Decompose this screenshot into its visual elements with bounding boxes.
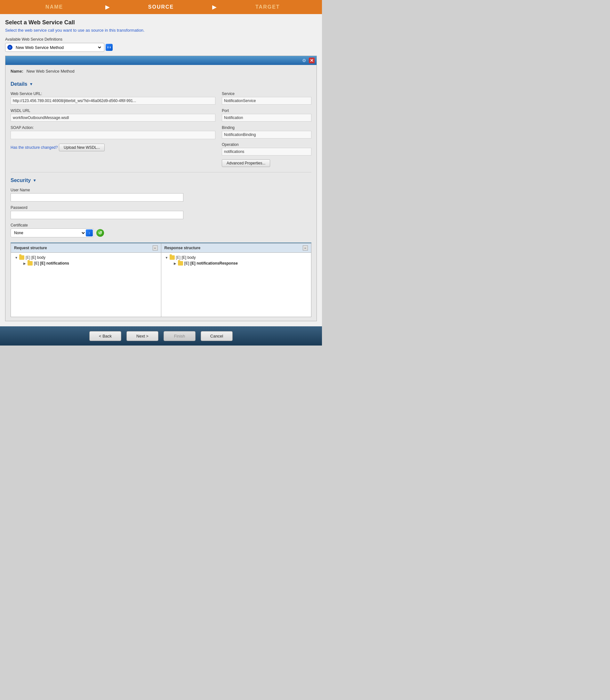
- wsdl-url-label: WSDL URL: [11, 109, 215, 113]
- response-tree-root[interactable]: ▼ [E] [E] body: [164, 255, 308, 260]
- advanced-properties-button[interactable]: Advanced Properties...: [222, 159, 270, 167]
- soap-action-label: SOAP Action:: [11, 126, 215, 130]
- service-label: Service: [222, 92, 311, 96]
- security-section-header[interactable]: Security ▼: [11, 178, 311, 183]
- response-structure-panel: Response structure − ▼ [E] [E] body ▶: [161, 243, 312, 317]
- available-label: Available Web Service Definitions: [5, 37, 317, 42]
- certificate-select[interactable]: None: [11, 230, 86, 235]
- request-root-label: [E] [E] body: [26, 255, 46, 260]
- upload-wsdl-button[interactable]: Upload New WSDL...: [59, 144, 105, 151]
- nav-name[interactable]: NAME: [6, 4, 102, 10]
- response-child-label: [E] [E] notificationsResponse: [184, 261, 238, 265]
- certificate-group: Certificate None: [11, 223, 311, 238]
- certificate-label: Certificate: [11, 223, 311, 227]
- request-child-chevron: ▶: [22, 261, 27, 265]
- request-child-item[interactable]: ▶ [E] [E] notifications: [22, 261, 158, 265]
- ws-url-label: Web Service URL:: [11, 92, 215, 96]
- back-button[interactable]: < Back: [89, 331, 121, 341]
- response-root-label: [E] [E] body: [176, 255, 196, 260]
- name-row: Name: New Web Service Method: [11, 69, 311, 76]
- soap-action-group: SOAP Action:: [11, 126, 215, 139]
- nav-arrow-2: ▶: [212, 3, 217, 11]
- response-structure-header: Response structure −: [161, 243, 311, 253]
- operation-group: Operation notifications: [222, 142, 311, 156]
- binding-value: NotificationBinding: [222, 131, 311, 139]
- response-tree-child: ▶ [E] [E] notificationsResponse: [173, 261, 308, 265]
- binding-group: Binding NotificationBinding: [222, 126, 311, 139]
- web-service-panel: ⚙ ✕ Name: New Web Service Method Details…: [5, 56, 317, 321]
- bottom-bar: < Back Next > Finish Cancel: [0, 326, 322, 345]
- response-root-folder-icon: [170, 255, 175, 260]
- request-root-folder-icon: [19, 255, 24, 260]
- request-root-chevron: ▼: [14, 255, 19, 260]
- details-title: Details: [11, 81, 27, 87]
- port-group: Port Notification: [222, 109, 311, 121]
- nav-source[interactable]: SOURCE: [113, 4, 209, 10]
- binding-label: Binding: [222, 126, 311, 130]
- wsdl-url-group: WSDL URL workflowOutboundMessage.wsdl: [11, 109, 215, 121]
- request-structure-panel: Request structure − ▼ [E] [E] body ▶: [11, 243, 161, 317]
- panel-settings-icon[interactable]: ⚙: [302, 58, 306, 63]
- next-button[interactable]: Next >: [126, 331, 158, 341]
- response-root-chevron: ▼: [164, 255, 169, 260]
- web-service-select-wrapper[interactable]: New Web Service Method: [5, 43, 105, 52]
- port-value: Notification: [222, 114, 311, 121]
- top-navigation: NAME ▶ SOURCE ▶ TARGET: [0, 0, 322, 14]
- structure-changed-section: Has the structure changed? Upload New WS…: [11, 144, 215, 152]
- username-label: User Name: [11, 188, 311, 192]
- structure-changed-link[interactable]: Has the structure changed?: [11, 145, 58, 150]
- ws-url-value: http://123.456.789.001:46908/jitterbit_w…: [11, 97, 215, 104]
- details-left-col: Web Service URL: http://123.456.789.001:…: [11, 92, 215, 167]
- request-structure-collapse-button[interactable]: −: [152, 245, 158, 250]
- name-field-label: Name:: [11, 69, 23, 74]
- security-dropdown-arrow: ▼: [33, 178, 36, 183]
- operation-label: Operation: [222, 142, 311, 147]
- page-subtitle: Select the web service call you want to …: [5, 28, 317, 33]
- port-label: Port: [222, 109, 311, 113]
- certificate-row: None: [11, 228, 311, 238]
- main-content: Select a Web Service Call Select the web…: [0, 14, 322, 326]
- name-field-value: New Web Service Method: [27, 69, 75, 74]
- details-dropdown-arrow: ▼: [29, 82, 33, 86]
- details-right-col: Service NotificationService Port Notific…: [222, 92, 311, 167]
- request-tree-root[interactable]: ▼ [E] [E] body: [14, 255, 158, 260]
- nav-target[interactable]: TARGET: [220, 4, 316, 10]
- operation-value: notifications: [222, 148, 311, 156]
- soap-action-value: [11, 131, 215, 139]
- details-section-header[interactable]: Details ▼: [11, 81, 311, 87]
- globe-icon: [7, 45, 13, 50]
- panel-close-button[interactable]: ✕: [309, 58, 315, 63]
- structure-area: Request structure − ▼ [E] [E] body ▶: [11, 243, 311, 317]
- request-structure-body: ▼ [E] [E] body ▶ [E] [E] notifications: [11, 253, 161, 317]
- cancel-button[interactable]: Cancel: [200, 331, 233, 341]
- finish-button: Finish: [163, 331, 195, 341]
- password-label: Password: [11, 206, 311, 210]
- response-structure-body: ▼ [E] [E] body ▶ [E] [E] notificationsRe…: [161, 253, 311, 317]
- username-input[interactable]: [11, 193, 183, 201]
- service-value: NotificationService: [222, 97, 311, 104]
- certificate-select-wrapper[interactable]: None: [11, 228, 94, 238]
- service-group: Service NotificationService: [222, 92, 311, 104]
- response-child-item[interactable]: ▶ [E] [E] notificationsResponse: [173, 261, 308, 265]
- certificate-refresh-button[interactable]: [96, 229, 104, 237]
- web-service-select[interactable]: New Web Service Method: [14, 45, 102, 50]
- request-structure-title: Request structure: [14, 246, 47, 250]
- advanced-properties-section: Advanced Properties...: [222, 159, 311, 167]
- response-child-folder-icon: [178, 261, 183, 265]
- divider-1: [11, 172, 311, 173]
- page-title: Select a Web Service Call: [5, 19, 317, 26]
- panel-body: Name: New Web Service Method Details ▼ W…: [5, 65, 317, 321]
- password-input[interactable]: [11, 211, 183, 219]
- request-child-label: [E] [E] notifications: [34, 261, 69, 265]
- ws-url-group: Web Service URL: http://123.456.789.001:…: [11, 92, 215, 104]
- nav-arrow-1: ▶: [105, 3, 110, 11]
- request-tree-child: ▶ [E] [E] notifications: [22, 261, 158, 265]
- certificate-spinner: [86, 229, 93, 237]
- request-structure-header: Request structure −: [11, 243, 161, 253]
- username-group: User Name: [11, 188, 311, 201]
- spinner-icon[interactable]: [106, 44, 113, 51]
- details-two-col: Web Service URL: http://123.456.789.001:…: [11, 92, 311, 167]
- response-structure-collapse-button[interactable]: −: [303, 245, 308, 250]
- response-structure-title: Response structure: [164, 246, 200, 250]
- password-group: Password: [11, 206, 311, 219]
